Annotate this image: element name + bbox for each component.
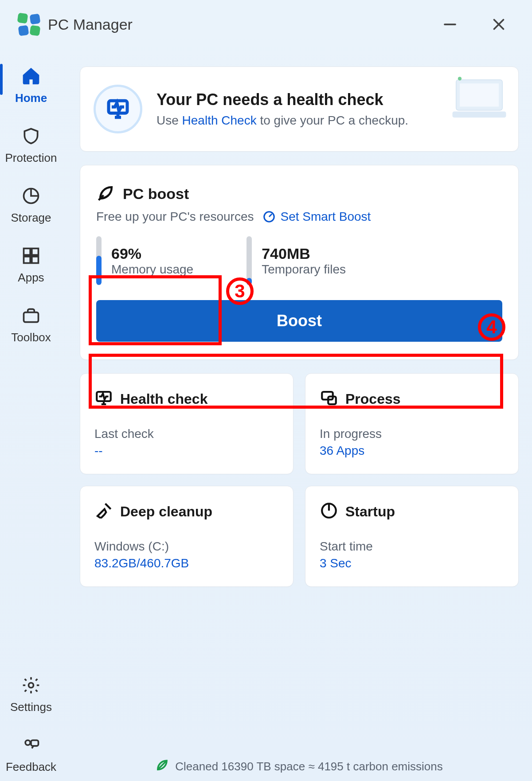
feedback-icon: [20, 734, 42, 756]
footer-text: Cleaned 16390 TB space ≈ 4195 t carbon e…: [175, 760, 443, 773]
shield-icon: [20, 125, 42, 147]
toolbox-icon: [20, 305, 42, 326]
main-content: Your PC needs a health check Use Health …: [80, 66, 519, 754]
memory-usage-label: Memory usage: [111, 262, 193, 277]
memory-usage-bar: [96, 236, 102, 285]
sidebar-item-home[interactable]: Home: [0, 66, 62, 105]
process-icon: [320, 389, 338, 409]
tile-title: Deep cleanup: [120, 504, 212, 520]
sidebar-item-label: Home: [15, 91, 47, 105]
footer: Cleaned 16390 TB space ≈ 4195 t carbon e…: [80, 758, 519, 775]
svg-rect-11: [31, 740, 39, 746]
svg-rect-4: [24, 249, 31, 255]
set-smart-boost-link[interactable]: Set Smart Boost: [262, 210, 371, 224]
svg-point-16: [458, 77, 462, 80]
temp-files-bar: [246, 236, 252, 285]
health-monitor-icon: [94, 85, 142, 133]
rocket-icon: [96, 183, 116, 204]
health-check-icon: [94, 389, 113, 409]
tile-title: Health check: [120, 391, 207, 407]
svg-rect-5: [32, 249, 39, 255]
tile-sub2: 36 Apps: [320, 444, 504, 458]
close-button[interactable]: [488, 13, 510, 35]
tile-sub1: Windows (C:): [94, 539, 279, 554]
tile-startup[interactable]: Startup Start time 3 Sec: [305, 486, 519, 587]
window-title: PC Manager: [48, 16, 431, 33]
sidebar-item-label: Settings: [10, 700, 52, 714]
tile-deep-cleanup[interactable]: Deep cleanup Windows (C:) 83.2GB/460.7GB: [80, 486, 293, 587]
health-banner[interactable]: Your PC needs a health check Use Health …: [80, 66, 519, 152]
sidebar-item-label: Protection: [5, 151, 57, 165]
sidebar-item-feedback[interactable]: Feedback: [0, 734, 62, 774]
tile-sub1: Start time: [320, 539, 504, 554]
tile-health-check[interactable]: Health check Last check --: [80, 373, 293, 474]
tile-sub2: 83.2GB/460.7GB: [94, 556, 279, 570]
sidebar: Home Protection Storage Apps Toolbox Set…: [0, 58, 62, 781]
sidebar-item-label: Storage: [11, 211, 51, 225]
home-icon: [20, 66, 42, 87]
titlebar: PC Manager: [0, 0, 532, 44]
sidebar-item-toolbox[interactable]: Toolbox: [0, 305, 62, 344]
svg-rect-7: [32, 257, 39, 263]
pc-boost-title: PC boost: [123, 185, 189, 203]
temp-files-label: Temporary files: [262, 262, 346, 277]
temp-files-metric: 740MB Temporary files: [246, 236, 346, 285]
pie-chart-icon: [20, 185, 42, 207]
svg-rect-15: [453, 112, 506, 118]
svg-point-10: [25, 740, 30, 745]
svg-point-9: [29, 683, 34, 688]
tile-sub2: 3 Sec: [320, 556, 504, 570]
gear-icon: [20, 675, 42, 696]
broom-icon: [94, 501, 113, 522]
health-banner-subtitle: Use Health Check to give your PC a check…: [156, 113, 408, 128]
pc-boost-subtitle: Free up your PC's resources: [96, 210, 254, 224]
sidebar-item-settings[interactable]: Settings: [0, 675, 62, 714]
boost-button[interactable]: Boost: [96, 300, 502, 342]
gauge-icon: [262, 210, 276, 223]
health-check-link[interactable]: Health Check: [182, 113, 257, 127]
tile-sub1: Last check: [94, 427, 279, 441]
svg-rect-14: [460, 83, 499, 106]
memory-usage-metric: 69% Memory usage: [96, 236, 193, 285]
power-icon: [320, 501, 338, 522]
tile-title: Startup: [345, 504, 395, 520]
tile-sub2: --: [94, 444, 279, 458]
sidebar-item-label: Feedback: [6, 760, 56, 774]
svg-rect-6: [24, 257, 31, 263]
leaf-icon: [156, 758, 169, 775]
pc-boost-card: PC boost Free up your PC's resources Set…: [80, 165, 519, 360]
sidebar-item-label: Apps: [18, 271, 44, 285]
svg-rect-8: [24, 312, 39, 322]
memory-usage-value: 69%: [111, 245, 193, 262]
sidebar-item-apps[interactable]: Apps: [0, 245, 62, 285]
temp-files-value: 740MB: [262, 245, 346, 262]
minimize-button[interactable]: [439, 13, 461, 35]
sidebar-item-storage[interactable]: Storage: [0, 185, 62, 225]
sidebar-item-label: Toolbox: [11, 331, 51, 344]
apps-grid-icon: [20, 245, 42, 266]
tile-title: Process: [345, 391, 401, 407]
tile-process[interactable]: Process In progress 36 Apps: [305, 373, 519, 474]
app-logo-icon: [18, 13, 40, 35]
health-banner-title: Your PC needs a health check: [156, 90, 408, 109]
tile-sub1: In progress: [320, 427, 504, 441]
laptop-illustration-icon: [448, 75, 510, 124]
sidebar-item-protection[interactable]: Protection: [0, 125, 62, 165]
